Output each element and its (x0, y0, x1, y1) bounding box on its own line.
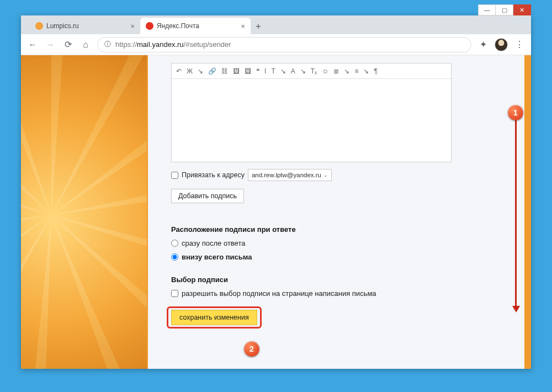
maximize-button[interactable]: ▢ (496, 4, 513, 15)
reload-button[interactable]: ⟳ (62, 39, 74, 51)
site-info-icon[interactable]: ⓘ (104, 40, 111, 49)
image2-icon[interactable]: 🖼 (245, 67, 251, 75)
sidebar-background-image (21, 55, 147, 369)
save-button-wrapper: сохранить изменения (171, 310, 257, 325)
radio-after-reply[interactable]: сразу после ответа (171, 239, 514, 247)
close-window-button[interactable]: ✕ (513, 4, 531, 15)
chevron-down-icon[interactable]: ↘ (363, 67, 369, 75)
back-button[interactable]: ← (26, 39, 39, 51)
editor-toolbar: ↶ Ж ↘ 🔗 ⛓ 🖼 🖼 ❝ I T ↘ A ↘ Tᵪ ☺ ≣ ↘ (172, 63, 451, 79)
close-tab-icon[interactable]: × (241, 22, 245, 30)
tab-label: Яндекс.Почта (157, 22, 199, 30)
signature-position-heading: Расположение подписи при ответе (171, 225, 514, 234)
radio-label: внизу всего письма (182, 253, 252, 261)
chevron-down-icon: ⌄ (323, 172, 328, 178)
checkbox-label: разрешить выбор подписи на странице напи… (182, 289, 376, 298)
settings-panel: ↶ Ж ↘ 🔗 ⛓ 🖼 🖼 ❝ I T ↘ A ↘ Tᵪ ☺ ≣ ↘ (148, 55, 524, 369)
add-signature-button[interactable]: Добавить подпись (171, 189, 244, 203)
signature-choice-heading: Выбор подписи (171, 276, 514, 284)
chevron-down-icon[interactable]: ↘ (280, 67, 286, 75)
allow-signature-choice-row[interactable]: разрешить выбор подписи на странице напи… (171, 289, 514, 298)
page-viewport: ↶ Ж ↘ 🔗 ⛓ 🖼 🖼 ❝ I T ↘ A ↘ Tᵪ ☺ ≣ ↘ (21, 55, 531, 369)
link-icon[interactable]: 🔗 (208, 67, 216, 75)
radio-input[interactable] (171, 253, 178, 261)
new-tab-button[interactable]: + (251, 19, 266, 34)
align-icon[interactable]: ≡ (354, 67, 358, 75)
profile-avatar[interactable] (495, 38, 508, 51)
extensions-icon[interactable]: ✦ (477, 39, 489, 51)
quote-icon[interactable]: ❝ (256, 67, 259, 75)
fontsize-icon[interactable]: T (271, 67, 275, 75)
home-button[interactable]: ⌂ (79, 39, 92, 51)
radio-input[interactable] (171, 240, 178, 247)
italic-icon[interactable]: I (264, 67, 266, 75)
unlink-icon[interactable]: ⛓ (221, 67, 228, 75)
favicon-icon (146, 22, 153, 30)
close-tab-icon[interactable]: × (130, 22, 135, 30)
forward-button[interactable]: → (44, 39, 56, 51)
annotation-marker-1: 1 (508, 105, 523, 120)
chevron-down-icon[interactable]: ↘ (198, 67, 203, 75)
radio-bottom-of-mail[interactable]: внизу всего письма (171, 253, 514, 261)
chevron-down-icon[interactable]: ↘ (344, 67, 349, 75)
address-bar[interactable]: ⓘ https://mail.yandex.ru/#setup/sender (97, 37, 471, 52)
undo-icon[interactable]: ↶ (176, 67, 182, 75)
save-changes-button[interactable]: сохранить изменения (171, 310, 257, 325)
favicon-icon (35, 22, 43, 30)
paragraph-icon[interactable]: ¶ (374, 67, 377, 75)
signature-editor[interactable]: ↶ Ж ↘ 🔗 ⛓ 🖼 🖼 ❝ I T ↘ A ↘ Tᵪ ☺ ≣ ↘ (171, 63, 452, 162)
tab-label: Lumpics.ru (46, 22, 79, 30)
image-icon[interactable]: 🖼 (233, 67, 240, 75)
chevron-down-icon[interactable]: ↘ (300, 67, 306, 75)
annotation-marker-2: 2 (244, 341, 259, 357)
radio-label: сразу после ответа (182, 239, 245, 247)
window-controls: — ▢ ✕ (478, 4, 531, 15)
minimize-button[interactable]: — (478, 4, 496, 15)
bind-address-row: Привязать к адресу and.rew.lptw@yandex.r… (171, 169, 514, 181)
list-icon[interactable]: ≣ (333, 67, 339, 75)
tab-yandex-mail[interactable]: Яндекс.Почта × (140, 18, 251, 34)
clearformat-icon[interactable]: Tᵪ (311, 67, 317, 75)
tab-bar: Lumpics.ru × Яндекс.Почта × + (21, 15, 531, 34)
browser-menu-button[interactable]: ⋮ (513, 39, 526, 51)
address-dropdown[interactable]: and.rew.lptw@yandex.ru ⌄ (248, 169, 332, 181)
browser-toolbar: ← → ⟳ ⌂ ⓘ https://mail.yandex.ru/#setup/… (21, 34, 531, 55)
emoji-icon[interactable]: ☺ (322, 67, 328, 75)
textcolor-icon[interactable]: A (291, 67, 295, 75)
allow-signature-choice-checkbox[interactable] (171, 290, 178, 297)
tab-lumpics[interactable]: Lumpics.ru × (30, 18, 140, 34)
bind-address-label: Привязать к адресу (182, 171, 245, 179)
address-dropdown-value: and.rew.lptw@yandex.ru (252, 172, 321, 178)
bold-icon[interactable]: Ж (187, 67, 193, 75)
bind-address-checkbox[interactable] (171, 172, 178, 179)
browser-window: — ▢ ✕ Lumpics.ru × Яндекс.Почта × + ← → … (21, 15, 531, 369)
url-text: https://mail.yandex.ru/#setup/sender (115, 40, 231, 49)
annotation-arrow (515, 120, 517, 308)
